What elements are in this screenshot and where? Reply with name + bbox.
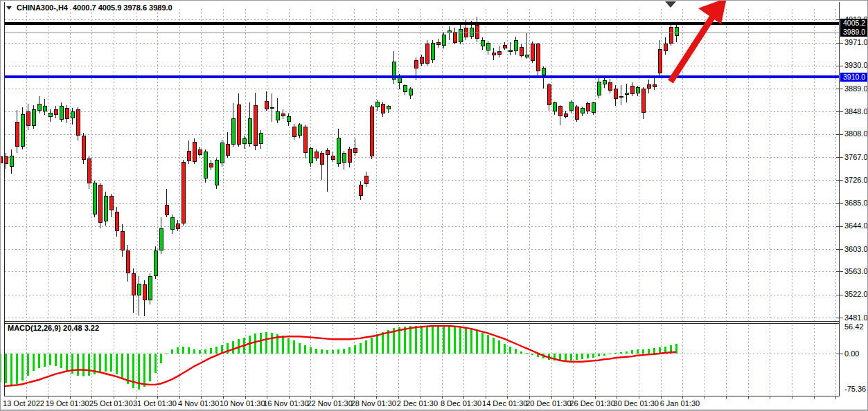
candle <box>220 143 224 163</box>
candle <box>508 50 513 52</box>
candle <box>204 152 208 179</box>
macd-histogram-bar <box>404 327 406 354</box>
down-caret-icon[interactable] <box>6 6 12 10</box>
down-triangle-marker[interactable] <box>665 1 676 8</box>
macd-histogram-bar <box>127 354 129 384</box>
macd-histogram-bar <box>504 344 506 354</box>
macd-histogram-bar <box>415 326 417 354</box>
candle <box>414 60 418 68</box>
macd-histogram-bar <box>326 350 328 354</box>
candle <box>193 142 197 162</box>
macd-histogram-bar <box>487 335 489 354</box>
time-axis-tick <box>835 396 836 399</box>
price-axis-label: 3522.0 <box>844 290 868 298</box>
candle <box>209 163 213 167</box>
macd-histogram-bar <box>642 349 644 354</box>
candle <box>603 80 607 84</box>
candle <box>630 86 635 94</box>
vertical-gridline <box>333 9 333 321</box>
macd-histogram-bar <box>537 354 539 357</box>
vertical-gridline <box>682 9 683 321</box>
candle <box>442 35 446 46</box>
macd-histogram-bar <box>664 347 666 354</box>
candle <box>658 49 662 73</box>
macd-histogram-bar <box>548 354 550 360</box>
candle <box>126 250 130 273</box>
candle <box>15 122 19 147</box>
candle <box>553 102 557 111</box>
price-axis-tick <box>836 295 843 295</box>
macd-histogram-bar <box>10 354 12 385</box>
candle <box>647 84 651 89</box>
vertical-gridline <box>748 325 749 396</box>
vertical-gridline <box>179 9 180 321</box>
macd-axis-tick <box>836 354 843 354</box>
candle <box>226 144 230 155</box>
macd-histogram-bar <box>265 332 267 354</box>
candle <box>115 212 119 231</box>
macd-histogram-bar <box>354 345 356 354</box>
price-axis-label: 3971.0 <box>844 38 868 46</box>
time-axis-tick <box>726 396 727 399</box>
macd-histogram-bar <box>215 347 218 354</box>
macd-histogram-bar <box>33 354 35 371</box>
macd-histogram-bar <box>376 334 378 354</box>
candle <box>54 109 58 115</box>
vertical-gridline <box>26 9 27 321</box>
vertical-gridline <box>792 325 792 396</box>
candle <box>586 103 590 111</box>
vertical-gridline <box>705 9 705 321</box>
macd-histogram-bar <box>614 353 617 354</box>
macd-histogram-bar <box>0 354 1 382</box>
mt4-chart-window: 4012.03971.03930.03889.03848.03808.03767… <box>0 0 868 411</box>
candle <box>109 196 114 210</box>
vertical-gridline <box>617 9 617 321</box>
candle <box>326 150 330 154</box>
macd-histogram-bar <box>177 347 179 354</box>
candle <box>514 40 518 51</box>
support-line[interactable] <box>5 75 839 78</box>
vertical-gridline <box>770 9 770 321</box>
macd-histogram-bar <box>21 354 24 381</box>
macd-histogram-bar <box>227 343 229 354</box>
price-axis-tick <box>836 226 843 227</box>
candle <box>558 106 563 116</box>
macd-histogram-bar <box>526 353 528 354</box>
candle <box>298 125 302 136</box>
macd-histogram-bar <box>432 327 434 354</box>
candle <box>242 138 247 144</box>
horizontal-gridline <box>5 180 839 181</box>
candle <box>215 160 219 185</box>
candle <box>370 107 374 156</box>
candle <box>581 108 585 113</box>
candle <box>231 118 236 145</box>
macd-top-border <box>4 323 840 324</box>
candle <box>547 84 551 105</box>
vertical-gridline <box>223 325 224 396</box>
vertical-gridline <box>136 325 136 396</box>
macd-histogram-bar <box>116 354 118 374</box>
last-price-line <box>5 33 839 33</box>
vertical-gridline <box>726 325 727 396</box>
macd-indicator-panel[interactable] <box>1 323 868 396</box>
macd-histogram-bar <box>465 327 467 354</box>
horizontal-gridline <box>5 203 839 204</box>
horizontal-gridline <box>5 19 839 20</box>
candle <box>359 185 363 196</box>
resistance-line[interactable] <box>5 22 839 25</box>
candle <box>564 113 568 117</box>
vertical-gridline <box>529 325 530 396</box>
macd-histogram-bar <box>293 340 295 354</box>
time-axis[interactable]: 13 Oct 202219 Oct 01:3025 Oct 01:3031 Oc… <box>1 396 868 409</box>
candle-wick <box>621 85 621 104</box>
vertical-gridline <box>267 9 267 321</box>
time-axis-tick <box>770 396 770 399</box>
candle <box>87 158 91 184</box>
candle <box>625 93 629 95</box>
price-axis[interactable]: 4012.03971.03930.03889.03848.03808.03767… <box>840 1 868 396</box>
candle <box>32 109 36 126</box>
vertical-gridline <box>814 9 815 321</box>
candle <box>48 113 53 117</box>
macd-histogram-bar <box>659 347 661 354</box>
macd-histogram-bar <box>343 349 345 354</box>
